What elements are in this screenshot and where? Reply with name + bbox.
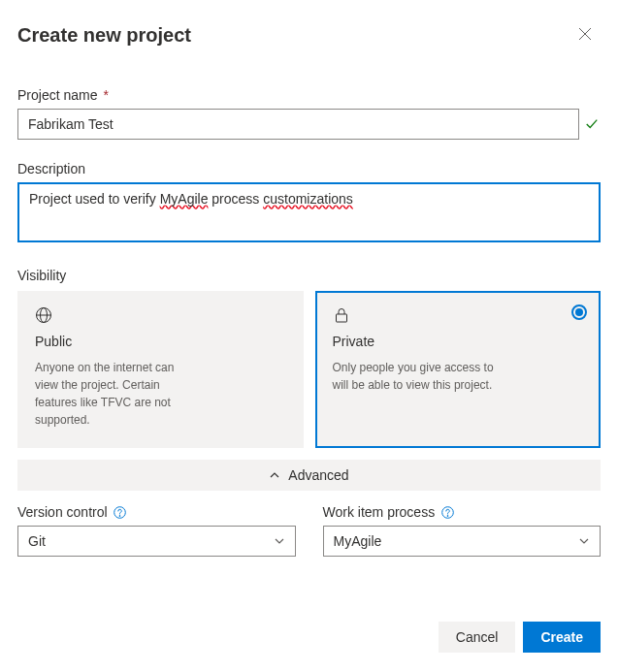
advanced-toggle[interactable]: Advanced	[17, 460, 601, 491]
visibility-section: Visibility Public Anyone on the internet…	[17, 268, 601, 448]
project-name-input[interactable]	[17, 109, 579, 140]
work-item-process-value: MyAgile	[334, 533, 382, 549]
help-icon[interactable]	[440, 505, 454, 519]
radio-selected-icon	[571, 304, 587, 320]
work-item-process-field: Work item process MyAgile	[323, 504, 602, 557]
close-icon	[577, 26, 593, 45]
description-label: Description	[17, 161, 601, 176]
visibility-private-title: Private	[333, 334, 584, 349]
svg-rect-5	[336, 314, 346, 322]
visibility-label: Visibility	[17, 268, 601, 283]
checkmark-icon	[585, 117, 601, 131]
visibility-public-title: Public	[35, 334, 286, 349]
desc-spell-error-1: MyAgile	[160, 191, 209, 207]
svg-point-9	[447, 515, 448, 516]
desc-spell-error-2: customizations	[263, 191, 353, 207]
chevron-down-icon	[578, 535, 590, 547]
lock-icon	[333, 306, 584, 324]
required-marker: *	[103, 87, 108, 103]
dialog-footer: Cancel Create	[439, 622, 601, 653]
project-name-label: Project name *	[17, 87, 601, 103]
dialog-header: Create new project	[17, 19, 601, 50]
dialog-title: Create new project	[17, 24, 191, 47]
version-control-label: Version control	[17, 504, 108, 520]
advanced-section: Version control Git Work item process	[17, 504, 601, 557]
chevron-up-icon	[269, 469, 280, 481]
visibility-option-private[interactable]: Private Only people you give access to w…	[315, 291, 602, 448]
work-item-process-select[interactable]: MyAgile	[323, 526, 602, 557]
project-name-field: Project name *	[17, 87, 601, 140]
globe-icon	[35, 306, 286, 324]
advanced-label: Advanced	[288, 467, 348, 483]
desc-text-mid: process	[208, 191, 263, 207]
create-button[interactable]: Create	[523, 622, 601, 653]
description-field: Description Project used to verify MyAgi…	[17, 161, 601, 242]
close-button[interactable]	[569, 19, 601, 50]
version-control-select[interactable]: Git	[17, 526, 296, 557]
work-item-process-label: Work item process	[323, 504, 436, 520]
project-name-label-text: Project name	[17, 87, 97, 103]
version-control-value: Git	[28, 533, 46, 549]
chevron-down-icon	[274, 535, 285, 547]
version-control-field: Version control Git	[17, 504, 296, 557]
cancel-button[interactable]: Cancel	[439, 622, 516, 653]
description-input[interactable]: Project used to verify MyAgile process c…	[17, 182, 601, 242]
visibility-option-public[interactable]: Public Anyone on the internet can view t…	[17, 291, 304, 448]
visibility-private-desc: Only people you give access to will be a…	[333, 359, 498, 394]
help-icon[interactable]	[114, 505, 127, 519]
visibility-public-desc: Anyone on the internet can view the proj…	[35, 359, 200, 429]
svg-point-7	[119, 515, 120, 516]
desc-text-pre: Project used to verify	[29, 191, 160, 207]
